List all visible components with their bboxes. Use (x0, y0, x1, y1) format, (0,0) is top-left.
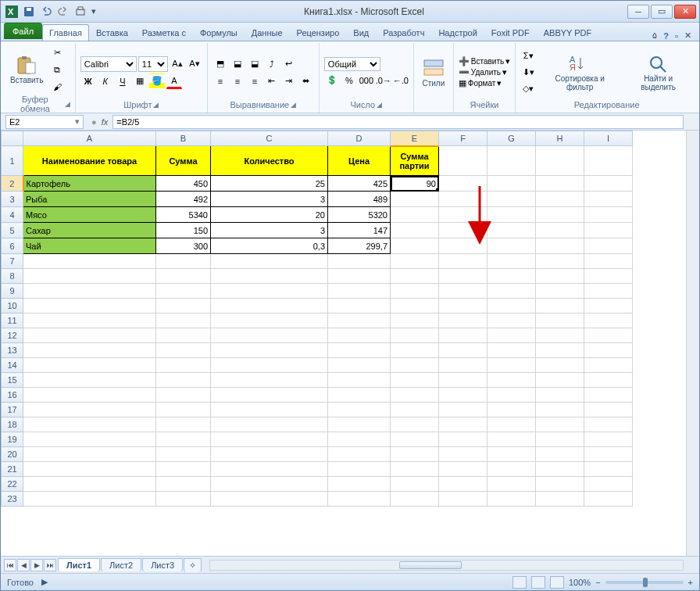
comma-icon[interactable]: 000 (359, 73, 374, 88)
cell[interactable] (584, 192, 633, 207)
cell[interactable] (488, 403, 536, 417)
minimize-button[interactable]: ─ (627, 5, 649, 19)
cell[interactable] (391, 477, 439, 492)
cell[interactable] (156, 269, 211, 284)
fill-icon[interactable]: ⬇▾ (520, 65, 536, 81)
cell[interactable] (156, 403, 211, 417)
cell[interactable] (391, 447, 439, 462)
cell[interactable] (536, 432, 584, 447)
cell[interactable] (391, 254, 439, 269)
cell[interactable] (488, 477, 536, 492)
zoom-out-icon[interactable]: − (595, 578, 600, 587)
cell[interactable] (439, 477, 488, 492)
cell[interactable] (439, 223, 488, 238)
cell[interactable]: Количество (211, 146, 328, 176)
cell[interactable] (391, 373, 439, 388)
tab-formulas[interactable]: Формулы (193, 24, 245, 41)
print-preview-icon[interactable] (74, 5, 87, 18)
cell[interactable]: Наименование товара (23, 146, 156, 176)
cell[interactable]: 3 (211, 192, 328, 207)
inc-decimal-icon[interactable]: .0→ (376, 73, 391, 88)
cell[interactable] (23, 417, 156, 432)
tab-page-layout[interactable]: Разметка с (135, 24, 193, 41)
font-launcher-icon[interactable]: ◢ (153, 101, 159, 109)
cell[interactable]: Мясо (23, 207, 156, 223)
cell[interactable] (391, 343, 439, 358)
sort-filter-button[interactable]: AЯ Сортировка и фильтр (539, 51, 620, 94)
shrink-font-icon[interactable]: A▾ (187, 56, 202, 72)
cell[interactable]: 0,3 (211, 238, 328, 254)
cell[interactable] (156, 358, 211, 373)
cell[interactable] (328, 477, 391, 492)
cell[interactable] (211, 284, 328, 299)
close-button[interactable]: ✕ (674, 5, 696, 19)
cell[interactable] (536, 328, 584, 343)
row-header[interactable]: 7 (2, 254, 23, 269)
cell[interactable] (23, 447, 156, 462)
cell[interactable] (328, 388, 391, 403)
format-cells-button[interactable]: ▦Формат▾ (459, 78, 510, 88)
cell[interactable] (211, 299, 328, 313)
align-bottom-icon[interactable]: ⬓ (247, 56, 262, 72)
cell[interactable] (584, 207, 633, 223)
number-launcher-icon[interactable]: ◢ (377, 101, 382, 109)
row-header[interactable]: 6 (2, 238, 23, 254)
cell[interactable] (156, 462, 211, 477)
new-sheet-button[interactable]: ✧ (184, 558, 202, 572)
row-header[interactable]: 22 (2, 477, 23, 492)
sheet-nav-last-icon[interactable]: ⏭ (44, 559, 56, 571)
cell[interactable] (156, 254, 211, 269)
insert-cells-button[interactable]: ➕Вставить▾ (459, 56, 510, 66)
sheet-nav-next-icon[interactable]: ▶ (30, 559, 43, 571)
cell[interactable] (584, 388, 633, 403)
cell[interactable] (488, 328, 536, 343)
cell[interactable] (211, 254, 328, 269)
clear-icon[interactable]: ◇▾ (520, 81, 536, 97)
cell[interactable] (536, 477, 584, 492)
tab-home[interactable]: Главная (42, 24, 89, 41)
maximize-button[interactable]: ▭ (651, 5, 673, 19)
cell[interactable] (584, 492, 633, 507)
cell[interactable] (211, 269, 328, 284)
cell[interactable] (328, 492, 391, 507)
cell[interactable] (488, 192, 536, 207)
sheet-nav-prev-icon[interactable]: ◀ (17, 559, 30, 571)
row-header[interactable]: 9 (2, 284, 23, 299)
bold-icon[interactable]: Ж (80, 73, 96, 89)
cell[interactable] (23, 343, 156, 358)
row-header[interactable]: 14 (2, 358, 23, 373)
undo-icon[interactable] (40, 5, 52, 18)
cell[interactable] (488, 373, 536, 388)
cell[interactable] (211, 328, 328, 343)
tab-developer[interactable]: Разработч (376, 24, 431, 41)
fx-icon[interactable]: fx (102, 117, 109, 127)
cell[interactable] (439, 207, 488, 223)
cut-icon[interactable]: ✂ (49, 45, 65, 60)
row-header[interactable]: 21 (2, 462, 23, 477)
tab-abbyy[interactable]: ABBYY PDF (537, 24, 599, 41)
cell[interactable] (156, 299, 211, 313)
spreadsheet-grid[interactable]: A B C D E F G H I 1 Наименование товара … (1, 131, 633, 507)
clipboard-launcher-icon[interactable]: ◢ (65, 100, 70, 108)
cell[interactable] (584, 447, 633, 462)
align-left-icon[interactable]: ≡ (212, 73, 228, 89)
mdi-restore-icon[interactable]: ▫ (675, 31, 678, 41)
font-color-icon[interactable]: A (166, 73, 182, 89)
cell[interactable] (488, 417, 536, 432)
cell[interactable] (211, 313, 328, 328)
cell[interactable] (584, 328, 633, 343)
cell[interactable] (391, 223, 439, 238)
align-middle-icon[interactable]: ⬓ (230, 56, 245, 72)
cell[interactable] (328, 462, 391, 477)
cell[interactable] (536, 223, 584, 238)
cell[interactable] (536, 238, 584, 254)
cell[interactable] (584, 254, 633, 269)
cell[interactable] (328, 403, 391, 417)
cell[interactable] (23, 492, 156, 507)
cell[interactable] (488, 447, 536, 462)
cell[interactable] (328, 417, 391, 432)
cell[interactable] (536, 447, 584, 462)
cell[interactable]: 25 (211, 176, 328, 192)
macro-record-icon[interactable]: ▶ (41, 577, 48, 587)
row-header[interactable]: 13 (2, 343, 23, 358)
